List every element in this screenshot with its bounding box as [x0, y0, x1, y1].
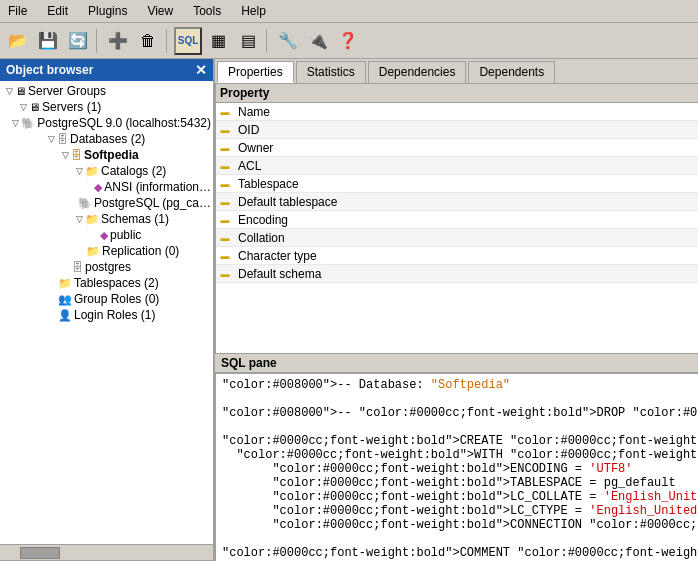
table-view-button[interactable]: ▦ — [204, 27, 232, 55]
tree-node-icon: 🐘 — [78, 197, 92, 210]
property-icon: ▬ — [216, 233, 234, 243]
tree-item[interactable]: ▽🗄Databases (2) — [2, 131, 211, 147]
property-icon: ▬ — [216, 215, 234, 225]
property-name: Owner — [234, 140, 698, 156]
tree-expand-icon[interactable]: ▽ — [20, 102, 27, 112]
tab-dependencies[interactable]: Dependencies — [368, 61, 467, 83]
toolbar-separator-1 — [96, 29, 100, 53]
settings-button[interactable]: 🔧 — [274, 27, 302, 55]
tree-node-icon: 🗄 — [57, 133, 68, 145]
tab-properties[interactable]: Properties — [217, 61, 294, 83]
open-file-button[interactable]: 📂 — [4, 27, 32, 55]
tree-item[interactable]: 📁Replication (0) — [2, 243, 211, 259]
object-browser-title: Object browser — [6, 63, 93, 77]
tree-item[interactable]: ▽🐘PostgreSQL 9.0 (localhost:5432) — [2, 115, 211, 131]
object-browser-panel: Object browser ✕ ▽🖥Server Groups▽🖥Server… — [0, 59, 215, 560]
tree-expand-icon[interactable]: ▽ — [76, 214, 83, 224]
tree-expand-icon[interactable]: ▽ — [48, 134, 55, 144]
help-button[interactable]: ❓ — [334, 27, 362, 55]
table-view2-button[interactable]: ▤ — [234, 27, 262, 55]
toolbar: 📂 💾 🔄 ➕ 🗑 SQL ▦ ▤ 🔧 🔌 ❓ — [0, 23, 698, 59]
refresh-button[interactable]: 🔄 — [64, 27, 92, 55]
tree-node-icon: 🗄 — [71, 149, 82, 161]
tree-item-label: Softpedia — [84, 148, 139, 162]
sql-content-area[interactable]: "color:#008000">-- Database: "Softpedia"… — [215, 373, 698, 561]
connect-button[interactable]: 🔌 — [304, 27, 332, 55]
tree-item-label: Server Groups — [28, 84, 106, 98]
tree-item[interactable]: 👥Group Roles (0) — [2, 291, 211, 307]
property-icon: ▬ — [216, 107, 234, 117]
table-row[interactable]: ▬Default schemapublic — [216, 265, 698, 283]
menu-help[interactable]: Help — [237, 2, 270, 20]
menu-file[interactable]: File — [4, 2, 31, 20]
table-row[interactable]: ▬OID16392 — [216, 121, 698, 139]
query-button[interactable]: SQL — [174, 27, 202, 55]
tree-item[interactable]: ◆ANSI (information… — [2, 179, 211, 195]
tree-item[interactable]: ▽📁Schemas (1) — [2, 211, 211, 227]
tree-expand-icon[interactable]: ▽ — [6, 86, 13, 96]
tree-node-icon: 🐘 — [21, 117, 35, 130]
table-row[interactable]: ▬NameSoftpedia — [216, 103, 698, 121]
tree-item-label: Databases (2) — [70, 132, 145, 146]
tree-item-label: public — [110, 228, 141, 242]
property-icon: ▬ — [216, 125, 234, 135]
tree-item-label: Schemas (1) — [101, 212, 169, 226]
save-button[interactable]: 💾 — [34, 27, 62, 55]
table-row[interactable]: ▬ACL — [216, 157, 698, 175]
menubar: File Edit Plugins View Tools Help — [0, 0, 698, 23]
tab-statistics[interactable]: Statistics — [296, 61, 366, 83]
tree-item[interactable]: ▽🗄Softpedia — [2, 147, 211, 163]
prop-rows-container: ▬NameSoftpedia▬OID16392▬Ownerpostgres▬AC… — [216, 103, 698, 354]
tree-item[interactable]: ▽🖥Servers (1) — [2, 99, 211, 115]
tree-node-icon: 📁 — [85, 165, 99, 178]
tree-item[interactable]: 👤Login Roles (1) — [2, 307, 211, 323]
tree-expand-icon[interactable]: ▽ — [76, 166, 83, 176]
menu-plugins[interactable]: Plugins — [84, 2, 131, 20]
properties-area: PropertiesStatisticsDependenciesDependen… — [215, 59, 698, 354]
table-row[interactable]: ▬CollationEnglish_United States.1252 — [216, 229, 698, 247]
tree-item-label: Replication (0) — [102, 244, 179, 258]
tree-item[interactable]: 🐘PostgreSQL (pg_ca… — [2, 195, 211, 211]
tree-item[interactable]: 🗄postgres — [2, 259, 211, 275]
menu-edit[interactable]: Edit — [43, 2, 72, 20]
table-row[interactable]: ▬Tablespacepg_default — [216, 175, 698, 193]
property-icon: ▬ — [216, 143, 234, 153]
tree-item[interactable]: ▽📁Catalogs (2) — [2, 163, 211, 179]
tree-expand-icon[interactable]: ▽ — [62, 150, 69, 160]
object-browser-close[interactable]: ✕ — [195, 62, 207, 78]
tree-area[interactable]: ▽🖥Server Groups▽🖥Servers (1)▽🐘PostgreSQL… — [0, 81, 213, 544]
properties-header: Property Value — [216, 84, 698, 103]
tree-item-label: Catalogs (2) — [101, 164, 166, 178]
sql-pane-header: SQL pane ✕ — [215, 354, 698, 373]
table-row[interactable]: ▬EncodingUTF8 — [216, 211, 698, 229]
tree-item-label: postgres — [85, 260, 131, 274]
tree-item[interactable]: ▽🖥Server Groups — [2, 83, 211, 99]
tab-bar: PropertiesStatisticsDependenciesDependen… — [215, 59, 698, 83]
tree-item[interactable]: ◆public — [2, 227, 211, 243]
menu-tools[interactable]: Tools — [189, 2, 225, 20]
property-name: Name — [234, 104, 698, 120]
property-icon: ▬ — [216, 251, 234, 261]
tree-item[interactable]: 📁Tablespaces (2) — [2, 275, 211, 291]
tree-expand-icon[interactable]: ▽ — [12, 118, 19, 128]
table-row[interactable]: ▬Character typeEnglish_United States.125… — [216, 247, 698, 265]
property-name: ACL — [234, 158, 698, 174]
tree-node-icon: 📁 — [86, 245, 100, 258]
tree-hscroll[interactable] — [0, 544, 213, 560]
tab-dependents[interactable]: Dependents — [468, 61, 555, 83]
table-row[interactable]: ▬Ownerpostgres — [216, 139, 698, 157]
tree-node-icon: 📁 — [85, 213, 99, 226]
delete-button[interactable]: 🗑 — [134, 27, 162, 55]
table-row[interactable]: ▬Default tablespacepg_default — [216, 193, 698, 211]
right-panel: PropertiesStatisticsDependenciesDependen… — [215, 59, 698, 560]
tree-item-label: Group Roles (0) — [74, 292, 159, 306]
add-button[interactable]: ➕ — [104, 27, 132, 55]
tree-item-label: Servers (1) — [42, 100, 101, 114]
menu-view[interactable]: View — [143, 2, 177, 20]
tree-hscroll-thumb[interactable] — [20, 547, 60, 559]
tree-node-icon: 🖥 — [15, 85, 26, 97]
tree-item-label: Login Roles (1) — [74, 308, 155, 322]
property-icon: ▬ — [216, 197, 234, 207]
tree-node-icon: 👤 — [58, 309, 72, 322]
tab-content: Property Value ▬NameSoftpedia▬OID16392▬O… — [215, 83, 698, 354]
